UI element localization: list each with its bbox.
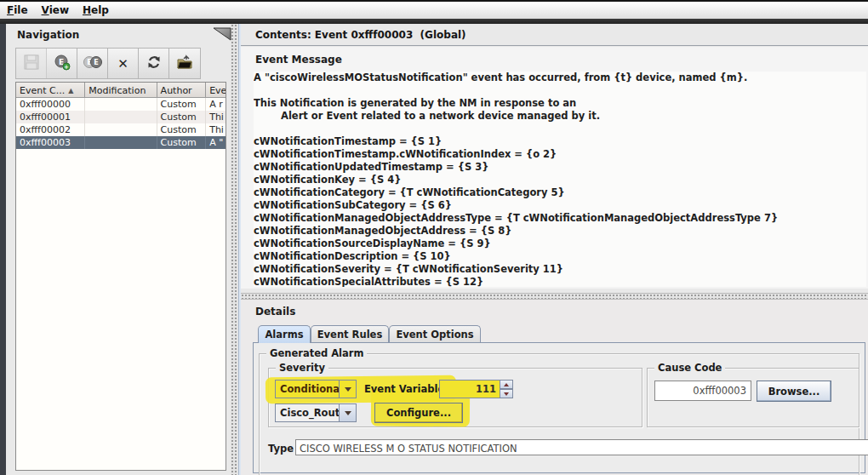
cell-modification (85, 98, 157, 111)
svg-text:+: + (64, 64, 69, 71)
cell-author: Custom (157, 111, 207, 123)
svg-text:E: E (94, 59, 98, 66)
open-folder-icon (176, 54, 193, 73)
triangle-up-icon (504, 383, 509, 386)
cell-event-code: 0xfff00000 (16, 98, 85, 111)
sort-ascending-icon: ▲ (68, 87, 73, 94)
cell-modification (85, 136, 157, 149)
message-line: cWNotificationTimestamp.cWNotificationIn… (254, 148, 866, 161)
menu-bar: File View Help (0, 2, 868, 19)
cell-event-message: A r (206, 98, 226, 111)
menu-file[interactable]: File (0, 3, 35, 18)
panel-collapse-triangle-icon[interactable] (213, 27, 231, 42)
column-header-modification[interactable]: Modification (85, 83, 157, 98)
event-variable-value[interactable]: 111 (439, 380, 500, 398)
vertical-splitter[interactable] (231, 24, 238, 475)
contents-title: Contents: Event 0xfff00003 (Global) (255, 29, 466, 41)
chevron-down-icon (339, 381, 356, 398)
message-line: cWNotificationDescription = {S 10} (254, 250, 866, 263)
menu-help[interactable]: Help (76, 3, 116, 18)
cell-event-message: Thi (206, 111, 226, 123)
message-line: cWNotificationTimestamp = {S 1} (254, 135, 866, 148)
table-row[interactable]: 0xfff00001 Custom Thi (16, 111, 226, 123)
spinner-down-button[interactable] (500, 389, 513, 398)
severity-group-title: Severity (276, 362, 328, 374)
window-left-edge (0, 24, 6, 475)
severity-group: Severity Conditional Event Variable: 111 (268, 368, 642, 427)
delete-icon: ✕ (117, 56, 128, 72)
message-line: cWNotificationManagedObjectAddress = {S … (254, 225, 866, 238)
cause-code-group: Cause Code 0xfff00003 Browse... (647, 368, 859, 427)
events-table-header: Event C... ▲ Modification Author Eve (16, 83, 226, 98)
alarm-class-value: Cisco_Rout... (276, 404, 339, 421)
cell-author: Custom (157, 123, 207, 136)
event-variable-spinner[interactable]: 111 (439, 380, 513, 398)
chevron-down-icon (339, 404, 356, 421)
table-row[interactable]: 0xfff00002 Custom Thi (16, 123, 226, 136)
save-icon (24, 54, 39, 73)
event-variable-label: Event Variable: (364, 383, 448, 395)
severity-condition-value: Conditional (276, 381, 339, 398)
cell-modification (85, 123, 157, 136)
open-folder-button[interactable] (169, 49, 200, 78)
details-title: Details (255, 306, 295, 318)
triangle-down-icon (504, 392, 509, 396)
event-message-label: Event Message (255, 54, 342, 66)
navigation-toolbar: E + E E ✕ (15, 48, 201, 79)
cell-event-code: 0xfff00003 (16, 136, 85, 149)
alarm-class-dropdown[interactable]: Cisco_Rout... (275, 403, 357, 422)
cell-modification (85, 111, 157, 123)
delete-button[interactable]: ✕ (108, 49, 139, 78)
navigation-panel-title: Navigation (17, 29, 79, 41)
cell-event-code: 0xfff00002 (16, 123, 85, 136)
column-header-author[interactable]: Author (157, 83, 207, 98)
add-event-icon: E + (54, 54, 71, 74)
cause-code-field[interactable]: 0xfff00003 (654, 381, 751, 401)
column-header-event-code[interactable]: Event C... ▲ (16, 83, 85, 98)
horizontal-splitter[interactable] (241, 293, 868, 300)
table-row-selected[interactable]: 0xfff00003 Custom A " (16, 136, 226, 149)
message-line: cWNotificationCategory = {T cWNotificati… (254, 186, 866, 199)
configure-button[interactable]: Configure... (374, 403, 463, 423)
save-button[interactable] (16, 49, 47, 78)
generated-alarm-group-title: Generated Alarm (266, 347, 367, 359)
severity-condition-dropdown[interactable]: Conditional (275, 380, 357, 398)
generated-alarm-group: Generated Alarm Severity Conditional Eve… (259, 353, 859, 475)
copy-event-button[interactable]: E E (77, 49, 108, 78)
message-line: cWNotificationSeverity = {T cWNotificati… (254, 263, 866, 276)
cell-event-code: 0xfff00001 (16, 111, 85, 123)
copy-event-icon: E E (83, 54, 103, 73)
type-field[interactable]: CISCO WIRELESS M O STATUS NOTIFICATION (295, 439, 868, 455)
add-event-button[interactable]: E + (47, 49, 77, 78)
message-line: A "ciscoWirelessMOStatusNotification" ev… (254, 72, 866, 84)
refresh-icon (146, 54, 162, 73)
message-line: cWNotificationSubCategory = {S 6} (254, 199, 866, 212)
message-line: cWNotificationSourceDisplayName = {S 9} (254, 238, 866, 250)
message-line: cWNotificationSpecialAttributes = {S 12} (254, 276, 866, 287)
cell-author: Custom (157, 136, 207, 149)
column-header-event-message[interactable]: Eve (206, 83, 226, 98)
cell-event-message: Thi (206, 123, 226, 136)
message-line: This Notification is generated by the NM… (254, 97, 866, 110)
message-line (254, 84, 866, 97)
event-message-text[interactable]: A "ciscoWirelessMOStatusNotification" ev… (254, 72, 866, 287)
cell-author: Custom (157, 98, 207, 111)
message-line: cWNotificationUpdatedTimestamp = {S 3} (254, 161, 866, 174)
cause-code-group-title: Cause Code (654, 362, 725, 374)
type-label: Type (268, 443, 294, 455)
tab-event-options[interactable]: Event Options (389, 325, 481, 343)
browse-button[interactable]: Browse... (757, 381, 831, 402)
alarms-tab-content: Generated Alarm Severity Conditional Eve… (253, 342, 865, 473)
message-line: Alert or Event related to a network devi… (254, 110, 866, 123)
spinner-up-button[interactable] (500, 380, 513, 389)
message-line: cWNotificationKey = {S 4} (254, 174, 866, 186)
application-window: File View Help Navigation E + (0, 0, 868, 475)
events-table: Event C... ▲ Modification Author Eve 0xf… (15, 82, 226, 471)
message-line (254, 123, 866, 135)
refresh-button[interactable] (139, 49, 169, 78)
menu-view[interactable]: View (35, 3, 76, 18)
tab-event-rules[interactable]: Event Rules (311, 325, 389, 343)
tab-alarms[interactable]: Alarms (258, 325, 311, 343)
cell-event-message: A " (206, 136, 226, 149)
table-row[interactable]: 0xfff00000 Custom A r (16, 98, 226, 111)
